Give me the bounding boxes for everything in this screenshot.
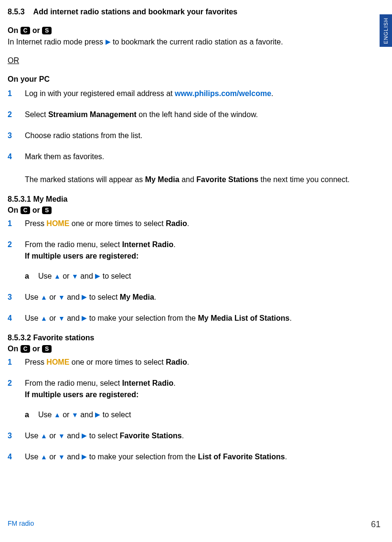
- subsection-heading: 8.5.3.2 Favorite stations: [8, 334, 381, 342]
- text: .: [182, 432, 184, 440]
- down-icon: ▼: [72, 410, 78, 420]
- text: and: [65, 432, 82, 440]
- s1-steps: 1 Press HOME one or more times to select…: [8, 218, 381, 324]
- sub-letter: a: [25, 409, 38, 421]
- text: and: [78, 411, 95, 419]
- list-item: 2 From the radio menu, select Internet R…: [8, 239, 381, 282]
- text: or: [47, 453, 58, 461]
- step-number: 3: [8, 430, 25, 442]
- play-icon: ▶: [82, 431, 87, 441]
- list-item: 4 Use ▲ or ▼ and ▶ to make your selectio…: [8, 313, 381, 324]
- label-on: On: [8, 26, 18, 34]
- text: and: [78, 272, 95, 280]
- chip-c: C: [21, 27, 31, 34]
- text: Use: [25, 432, 41, 440]
- chip-s: S: [42, 27, 52, 34]
- text: .: [187, 358, 189, 366]
- text-bold: Radio: [166, 219, 187, 228]
- text: Select: [25, 110, 48, 119]
- page-number: 61: [371, 520, 381, 530]
- step-number: 3: [8, 130, 25, 141]
- step-number: 4: [8, 313, 25, 324]
- step-number: 1: [8, 88, 25, 99]
- list-item: 1 Press HOME one or more times to select…: [8, 357, 381, 368]
- down-icon: ▼: [58, 452, 65, 462]
- play-icon: ▶: [82, 292, 87, 302]
- text: From the radio menu, select: [25, 240, 122, 249]
- text: to select: [87, 432, 119, 440]
- text: or: [47, 293, 58, 301]
- list-item: 3 Choose radio stations from the list.: [8, 130, 381, 141]
- text: and: [65, 314, 82, 322]
- welcome-link[interactable]: www.philips.com/welcome: [175, 89, 271, 98]
- step-number: 4: [8, 151, 25, 185]
- text: Use: [25, 314, 41, 322]
- text-bold: List of Favorite Stations: [198, 453, 285, 461]
- down-icon: ▼: [58, 314, 65, 324]
- down-icon: ▼: [58, 293, 65, 303]
- list-item: 3 Use ▲ or ▼ and ▶ to select Favorite St…: [8, 430, 381, 442]
- subsection-title: Favorite stations: [33, 334, 94, 342]
- subsection-heading: 8.5.3.1 My Media: [8, 195, 381, 204]
- list-item: 4 Use ▲ or ▼ and ▶ to make your selectio…: [8, 451, 381, 463]
- chip-s: S: [42, 206, 52, 214]
- text: and: [180, 175, 197, 184]
- text: .: [173, 379, 175, 387]
- pc-steps: 1 Log in with your registered email addr…: [8, 88, 381, 185]
- label-or: or: [32, 206, 40, 214]
- text: or: [47, 432, 58, 440]
- section-number: 8.5.3: [8, 8, 25, 16]
- up-icon: ▲: [54, 410, 61, 420]
- text-bold: If multiple users are registered:: [25, 390, 138, 399]
- step-number: 3: [8, 292, 25, 303]
- text: or: [47, 314, 58, 322]
- chip-c: C: [21, 345, 31, 353]
- subsection-number: 8.5.3.2: [8, 334, 31, 342]
- text: .: [271, 89, 273, 98]
- label-or: or: [32, 345, 40, 353]
- s2-steps: 1 Press HOME one or more times to select…: [8, 357, 381, 463]
- text-bold: Favorite Stations: [196, 175, 258, 184]
- on-line-s2: On C or S: [8, 343, 381, 355]
- step-number: 4: [8, 451, 25, 463]
- text: .: [285, 453, 287, 461]
- home-button-label: HOME: [46, 358, 69, 366]
- label-or: or: [32, 26, 40, 34]
- text: The marked stations will appear as: [25, 175, 145, 184]
- chip-c: C: [21, 206, 31, 214]
- play-icon: ▶: [82, 452, 87, 462]
- chip-s: S: [42, 345, 52, 353]
- text: Press: [25, 219, 46, 228]
- play-icon: ▶: [95, 410, 100, 420]
- text: the next time you connect.: [258, 175, 350, 184]
- text-bold: If multiple users are registered:: [25, 252, 138, 260]
- text-bold: My Media List of Stations: [198, 314, 289, 322]
- step-number: 1: [8, 218, 25, 229]
- up-icon: ▲: [41, 293, 47, 303]
- list-item: 1 Log in with your registered email addr…: [8, 88, 381, 99]
- text: to make your selection from the: [87, 453, 198, 461]
- text: to make your selection from the: [87, 314, 198, 322]
- up-icon: ▲: [54, 271, 61, 282]
- step-number: 1: [8, 357, 25, 368]
- on-line-1: On C or S In Internet radio mode press ▶…: [8, 25, 381, 48]
- text-bold: My Media: [120, 293, 154, 301]
- sub-step: a Use ▲ or ▼ and ▶ to select: [25, 409, 381, 421]
- on-line-s1: On C or S: [8, 205, 381, 216]
- text-bold: Favorite Stations: [120, 432, 182, 440]
- text-bold: Streamium Management: [48, 110, 137, 119]
- intro-text-a: In Internet radio mode press: [8, 38, 103, 46]
- step-number: 2: [8, 239, 25, 282]
- text-bold: Radio: [166, 358, 187, 366]
- text: and: [65, 453, 82, 461]
- page-content: 8.5.3Add internet radio stations and boo…: [0, 0, 392, 463]
- label-on: On: [8, 206, 18, 214]
- on-pc-heading: On your PC: [8, 74, 381, 85]
- label-on: On: [8, 345, 18, 353]
- sub-letter: a: [25, 271, 38, 282]
- list-item: 2 From the radio menu, select Internet R…: [8, 378, 381, 421]
- text: Log in with your registered email addres…: [25, 89, 175, 98]
- up-icon: ▲: [41, 431, 47, 441]
- text: and: [65, 293, 82, 301]
- text-bold: Internet Radio: [122, 240, 174, 249]
